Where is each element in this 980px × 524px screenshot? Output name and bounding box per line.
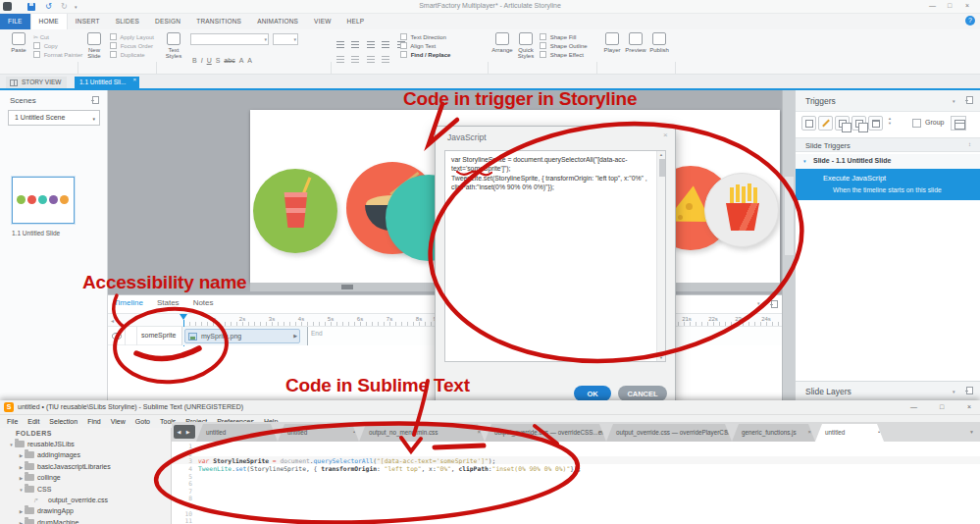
reorder-trigger-spinner[interactable]: ▲▼ xyxy=(885,116,895,131)
pin-icon[interactable] xyxy=(966,387,973,394)
fries-icon[interactable] xyxy=(704,173,779,247)
font-format-icon-3[interactable]: S xyxy=(216,57,221,64)
copy-button[interactable]: Copy xyxy=(33,42,58,49)
tab-overflow-icon[interactable]: ▼ xyxy=(969,429,974,435)
lock-cell[interactable] xyxy=(126,327,137,345)
object-name-cell[interactable]: someSprite xyxy=(137,327,182,345)
ribbon-tab-help[interactable]: HELP xyxy=(339,14,373,29)
editor-scrollbar[interactable]: ▲ ▼ xyxy=(656,151,665,361)
pin-icon[interactable] xyxy=(771,300,778,308)
tab-dirty-icon[interactable]: • xyxy=(353,429,355,435)
format-painter-button[interactable]: Format Painter xyxy=(33,51,82,58)
close-button[interactable]: × xyxy=(965,2,969,9)
edit-trigger-button[interactable] xyxy=(818,116,833,131)
expand-icon[interactable]: ▶ xyxy=(293,333,297,339)
javascript-editor[interactable]: var StorylineSprite = document.querySele… xyxy=(444,150,666,362)
drink-icon[interactable] xyxy=(253,169,337,253)
font-format-icon-4[interactable]: abc xyxy=(224,57,234,64)
duplicate-button[interactable]: Duplicate xyxy=(110,51,145,58)
scroll-up-icon[interactable]: ▲ xyxy=(659,152,663,157)
text-direction-button[interactable]: Text Direction xyxy=(400,33,446,40)
trigger-wizard-button[interactable] xyxy=(951,116,966,131)
ruler-collapse-icon[interactable]: ◂ xyxy=(111,317,114,324)
shape-effect-button[interactable]: Shape Effect xyxy=(540,51,584,58)
apply-layout-button[interactable]: Apply Layout xyxy=(110,33,154,40)
slide-layers-header[interactable]: Slide Layers ▾ xyxy=(796,381,980,400)
scrollbar-thumb[interactable] xyxy=(785,177,794,255)
collapse-icon[interactable]: ↕ xyxy=(968,141,971,147)
maximize-button[interactable]: □ xyxy=(940,403,944,410)
tab-dirty-icon[interactable]: • xyxy=(878,429,880,435)
arrange-button[interactable]: Arrange xyxy=(490,32,514,53)
ribbon-tab-view[interactable]: VIEW xyxy=(306,14,338,29)
pin-icon[interactable] xyxy=(966,96,973,104)
align-format-row[interactable] xyxy=(336,49,392,67)
focus-order-button[interactable]: Focus Order xyxy=(110,42,153,49)
font-family-select[interactable] xyxy=(190,33,269,45)
cut-button[interactable]: ✂ Cut xyxy=(33,33,49,40)
ribbon-tab-slides[interactable]: SLIDES xyxy=(108,14,147,29)
scrollbar-thumb[interactable] xyxy=(341,285,353,289)
tab-dirty-icon[interactable]: • xyxy=(272,429,274,435)
tab-close-icon[interactable]: × xyxy=(807,429,811,435)
tab-nav-arrows[interactable]: ◀ ▶ xyxy=(174,425,195,439)
editor-tab-6[interactable]: untitled• xyxy=(815,424,884,442)
slide-triggers-section[interactable]: Slide Triggers ↕ xyxy=(796,137,980,152)
player-button[interactable]: Player xyxy=(600,32,624,53)
editor-tab-0[interactable]: untitled• xyxy=(196,424,278,442)
group-checkbox[interactable] xyxy=(912,119,921,128)
new-trigger-button[interactable] xyxy=(801,116,816,131)
vertical-scrollbar[interactable] xyxy=(782,90,795,400)
dialog-close-icon[interactable]: × xyxy=(663,131,668,139)
tab-close-icon[interactable]: × xyxy=(477,429,481,435)
scene-select[interactable]: 1 Untitled Scene ▾ xyxy=(8,110,100,126)
chevron-down-icon[interactable]: ▾ xyxy=(953,98,955,104)
editor-tab-4[interactable]: output_override.css — overridePlayerCSS× xyxy=(606,424,732,442)
paste-button[interactable]: Paste xyxy=(6,32,31,53)
trigger-item-selected[interactable]: Execute JavaScript When the timeline sta… xyxy=(796,169,980,200)
pin-icon[interactable] xyxy=(92,96,99,104)
close-button[interactable]: × xyxy=(967,403,971,410)
font-format-icon-6[interactable]: A xyxy=(247,57,252,64)
publish-button[interactable]: Publish xyxy=(647,32,671,53)
tab-close-icon[interactable]: × xyxy=(132,77,136,82)
scroll-down-icon[interactable]: ▼ xyxy=(659,355,663,360)
scrollbar-thumb[interactable] xyxy=(659,159,665,177)
paste-trigger-button[interactable] xyxy=(851,116,866,131)
editor-tab-5[interactable]: generic_functions.js× xyxy=(732,424,815,442)
tree-item-drumMachine[interactable]: ▶drumMachine xyxy=(0,519,172,524)
quick-styles-button[interactable]: Quick Styles xyxy=(514,32,538,59)
visibility-cell[interactable] xyxy=(108,327,126,345)
ribbon-tab-file[interactable]: FILE xyxy=(0,14,30,29)
slide-thumbnail[interactable] xyxy=(12,177,75,224)
timeline-tab-notes[interactable]: Notes xyxy=(193,298,214,313)
timeline-bar[interactable]: mySprite.png ▶ xyxy=(184,329,300,343)
font-format-icon-5[interactable]: A xyxy=(239,57,244,64)
shape-fill-button[interactable]: Shape Fill xyxy=(540,33,576,40)
ribbon-tab-animations[interactable]: ANIMATIONS xyxy=(249,14,306,29)
minimize-button[interactable]: — xyxy=(910,403,917,410)
ribbon-tab-home[interactable]: HOME xyxy=(30,14,68,29)
new-slide-button[interactable]: New Slide xyxy=(81,32,107,59)
minimize-button[interactable]: — xyxy=(929,2,936,9)
ribbon-tab-transitions[interactable]: TRANSITIONS xyxy=(188,14,249,29)
tab-close-icon[interactable]: × xyxy=(724,429,728,435)
font-format-icon-2[interactable]: U xyxy=(207,57,212,64)
chevron-down-icon[interactable]: ▾ xyxy=(757,300,760,306)
timeline-tab-timeline[interactable]: Timeline xyxy=(114,298,143,313)
tab-close-icon[interactable]: × xyxy=(598,429,602,435)
find-replace-button[interactable]: Find / Replace xyxy=(400,51,450,58)
font-format-icon-0[interactable]: B xyxy=(192,57,197,64)
chevron-down-icon[interactable]: ▾ xyxy=(803,158,806,164)
font-size-select[interactable] xyxy=(273,33,298,45)
timeline-tab-states[interactable]: States xyxy=(157,298,180,313)
ribbon-tab-design[interactable]: DESIGN xyxy=(147,14,188,29)
delete-trigger-button[interactable] xyxy=(868,116,883,131)
preview-button[interactable]: Preview xyxy=(624,32,647,53)
shape-outline-button[interactable]: Shape Outline xyxy=(540,42,588,49)
slide-trigger-group-header[interactable]: ▾ Slide - 1.1 Untitled Slide xyxy=(796,154,980,169)
ribbon-tab-insert[interactable]: INSERT xyxy=(68,14,108,29)
cancel-button[interactable]: CANCEL xyxy=(618,386,667,401)
editor-tab-2[interactable]: output_no_menu.min.css× xyxy=(359,424,485,442)
editor-tab-1[interactable]: untitled• xyxy=(278,424,359,442)
